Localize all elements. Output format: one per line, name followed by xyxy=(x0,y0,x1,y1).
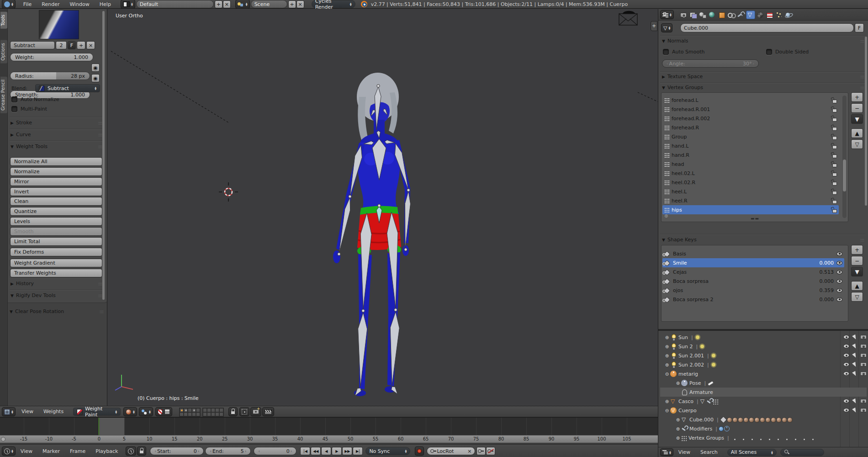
visibility-eye-icon[interactable] xyxy=(843,362,849,367)
brush-name-field[interactable]: Subtract xyxy=(10,41,55,49)
visibility-eye-icon[interactable] xyxy=(843,399,849,403)
fake-user-button[interactable]: F xyxy=(855,23,864,32)
scene-name-field[interactable]: Scene xyxy=(251,0,287,8)
texture-space-panel-header[interactable]: ▶Texture Space:::: xyxy=(662,74,864,80)
lock-time-toggle[interactable] xyxy=(137,446,146,456)
material-tab[interactable] xyxy=(756,11,764,19)
layer-cell-4[interactable] xyxy=(196,408,200,412)
layer-cell-4[interactable] xyxy=(219,408,223,412)
modifiers-tab[interactable] xyxy=(737,11,745,19)
vertex-mask-icon[interactable] xyxy=(164,409,170,414)
vg-list-scroll-track[interactable] xyxy=(842,96,847,218)
play-reverse-button[interactable]: ◀ xyxy=(321,447,331,455)
outliner-menu-view[interactable]: View xyxy=(673,448,695,457)
expand-toggle[interactable]: ⊕ xyxy=(675,417,681,422)
brush-unlink-button[interactable]: × xyxy=(86,41,95,49)
selectable-cursor-icon[interactable] xyxy=(852,335,857,340)
constraints-tab[interactable] xyxy=(727,11,736,19)
blend-mode-select[interactable]: Subtract xyxy=(35,84,100,92)
layer-cell-9[interactable] xyxy=(219,412,223,416)
weight-tools-panel-header[interactable]: ▼Weight Tools:::: xyxy=(11,143,102,149)
timeline-menu-frame[interactable]: Frame xyxy=(65,447,90,456)
interaction-mode-select[interactable]: Weight Paint xyxy=(73,408,121,416)
play-button[interactable]: ▶ xyxy=(332,447,342,455)
scene-tab[interactable] xyxy=(699,11,707,19)
renderable-camera-icon[interactable] xyxy=(860,362,867,367)
renderable-camera-icon[interactable] xyxy=(860,353,867,357)
outliner-display-filter[interactable]: All Scenes xyxy=(727,449,777,456)
vertex-group-row[interactable]: head xyxy=(662,159,839,169)
layer-cell-7[interactable] xyxy=(188,412,192,416)
material-slot-icon[interactable] xyxy=(727,417,732,423)
texture-tab[interactable] xyxy=(766,11,774,19)
expand-toggle[interactable]: ⊕ xyxy=(675,436,681,441)
visibility-eye-icon[interactable] xyxy=(843,335,849,339)
delete-scene-button[interactable]: × xyxy=(296,0,304,8)
lock-icon[interactable] xyxy=(832,154,837,158)
layer-cell-1[interactable] xyxy=(184,408,188,412)
visibility-eye-icon[interactable] xyxy=(836,270,842,274)
vg-list-scroll-thumb[interactable] xyxy=(843,159,846,191)
rigify-dev-tools-panel-header[interactable]: ▼Rigify Dev Tools:::: xyxy=(11,292,102,298)
properties-region-expand-button[interactable]: + xyxy=(651,21,657,31)
fix-deforms-button[interactable]: Fix Deforms xyxy=(10,248,102,256)
jump-to-start-button[interactable]: |◀ xyxy=(300,447,310,455)
menu-help[interactable]: Help xyxy=(95,0,116,9)
shape-key-row[interactable]: Basis xyxy=(662,249,844,258)
expand-toggle[interactable]: ⊕ xyxy=(664,353,670,358)
transfer-weights-button[interactable]: Transfer Weights xyxy=(10,269,102,277)
visibility-eye-icon[interactable] xyxy=(836,279,842,283)
proportional-edit-togg[interactable] xyxy=(239,407,249,416)
datablock-name-field[interactable]: Cube.000 xyxy=(680,23,854,32)
weight-slider[interactable]: Weight:1.000 xyxy=(10,53,93,61)
outliner-search-field[interactable] xyxy=(780,449,824,456)
tool-shelf-tab-tools[interactable]: Tools xyxy=(0,12,7,29)
selectable-cursor-icon[interactable] xyxy=(852,353,857,359)
properties-editor-selector[interactable] xyxy=(660,10,674,19)
lock-icon[interactable] xyxy=(832,173,837,176)
vertex-group-row[interactable]: heel.L xyxy=(662,187,839,196)
stroke-panel-header[interactable]: ▶Stroke:::: xyxy=(11,120,102,126)
visibility-eye-icon[interactable] xyxy=(836,252,842,256)
auto-keyframe-toggle[interactable] xyxy=(415,446,424,456)
vg-move-up-button[interactable]: ▲ xyxy=(851,128,863,138)
vertex-group-row[interactable]: Group xyxy=(662,132,839,141)
clean-button[interactable]: Clean xyxy=(10,197,102,206)
vertex-groups-panel-header[interactable]: ▼Vertex Groups:::: xyxy=(662,85,864,90)
outliner-row-armature[interactable]: Armature xyxy=(660,388,867,397)
layer-cell-1[interactable] xyxy=(207,408,211,412)
renderable-camera-icon[interactable] xyxy=(860,408,867,412)
lock-icon[interactable] xyxy=(832,200,837,204)
lock-icon[interactable] xyxy=(832,164,837,167)
invert-button[interactable]: Invert xyxy=(10,187,102,196)
vertex-group-row[interactable]: forehead.R xyxy=(662,123,839,132)
keying-set-field[interactable]: LocRot× xyxy=(427,447,475,455)
material-slot-icon[interactable] xyxy=(760,417,765,423)
brush-users-button[interactable]: 2 xyxy=(56,41,67,49)
levels-button[interactable]: Levels xyxy=(10,217,102,226)
outliner-row-vertex-groups[interactable]: ⊕Vertex Groups| xyxy=(660,433,867,442)
lock-icon[interactable] xyxy=(832,127,837,131)
lock-icon[interactable] xyxy=(832,191,837,195)
outliner-row-sun[interactable]: ⊕Sun| xyxy=(660,333,867,342)
tool-shelf-tab-options[interactable]: Options xyxy=(0,40,7,64)
render-opengl-button[interactable] xyxy=(250,407,261,416)
shape-key-row[interactable]: Cejas0.513 xyxy=(662,267,844,276)
lock-icon[interactable] xyxy=(832,145,837,149)
vertex-group-row[interactable]: hand.L xyxy=(662,141,839,150)
selectable-cursor-icon[interactable] xyxy=(852,399,857,404)
outliner-row-sun-2-001[interactable]: ⊕Sun 2.001| xyxy=(660,351,867,360)
outliner-row-sun-2-002[interactable]: ⊕Sun 2.002| xyxy=(660,360,867,369)
render-engine-select[interactable]: Cycles Render xyxy=(312,0,355,8)
shape-key-row[interactable]: Boca sorpresa0.000 xyxy=(662,276,844,286)
material-slot-icon[interactable] xyxy=(771,417,776,423)
material-slot-icon[interactable] xyxy=(776,417,782,423)
outliner-row-modifiers[interactable]: ⊕Modifiers| xyxy=(660,424,867,433)
expand-toggle[interactable]: ⊕ xyxy=(664,362,670,367)
visibility-eye-icon[interactable] xyxy=(836,261,842,265)
world-tab[interactable] xyxy=(708,11,716,19)
visibility-eye-icon[interactable] xyxy=(843,408,849,412)
material-slot-icon[interactable] xyxy=(743,417,749,423)
selectable-cursor-icon[interactable] xyxy=(852,344,857,350)
shape-key-row[interactable]: Smile0.000 xyxy=(662,258,844,267)
